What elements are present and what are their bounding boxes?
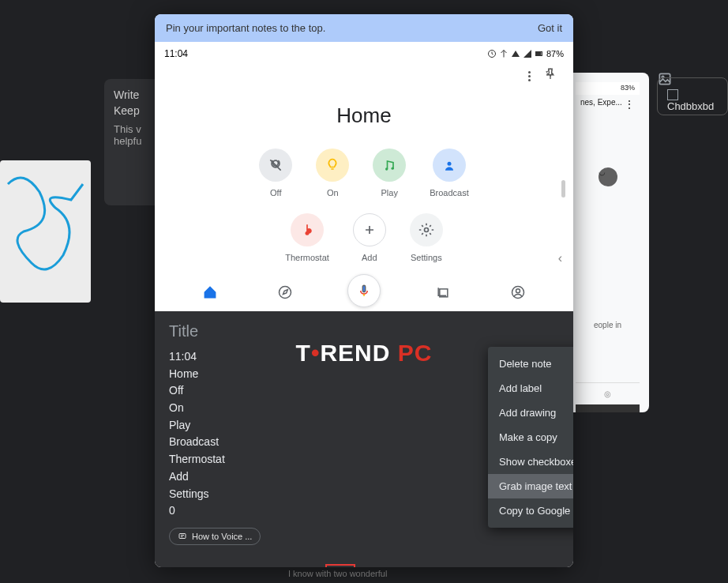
menu-show-checkboxes[interactable]: Show checkboxes [488, 449, 573, 474]
tile-off[interactable]: Off [259, 149, 292, 197]
mic-button[interactable] [347, 274, 381, 307]
svg-rect-4 [535, 52, 541, 56]
tile-settings[interactable]: Settings [410, 213, 443, 262]
note-modal: Pin your important notes to the top. Got… [155, 14, 573, 567]
nav-explore-icon[interactable] [277, 284, 293, 303]
svg-point-15 [516, 289, 520, 293]
background-phone-card: 83% nes, Expe...⋮ ◡eople in ◎ ‹ [566, 73, 649, 412]
got-it-button[interactable]: Got it [538, 22, 562, 34]
note-toolbar: Close [155, 556, 573, 567]
svg-point-9 [305, 231, 309, 235]
tile-thermostat[interactable]: Thermostat [285, 213, 329, 262]
svg-rect-11 [362, 285, 365, 292]
scroll-indicator [561, 180, 565, 197]
nav-home-icon[interactable] [202, 284, 218, 303]
tip-text: Pin your important notes to the top. [166, 22, 325, 34]
menu-grab-image-text[interactable]: Grab image text [488, 474, 573, 498]
tile-add[interactable]: Add [353, 213, 386, 262]
home-title: Home [164, 89, 564, 149]
nav-profile-icon[interactable] [510, 284, 526, 303]
context-menu: Delete note Add label Add drawing Make a… [488, 347, 573, 528]
background-note-card-2: Chdbbxbd [657, 77, 728, 115]
tile-on[interactable]: On [316, 149, 349, 197]
menu-add-drawing[interactable]: Add drawing [488, 401, 573, 425]
brand-watermark: T•REND PC [296, 340, 433, 367]
svg-point-7 [392, 167, 394, 170]
menu-make-copy[interactable]: Make a copy [488, 425, 573, 449]
svg-point-10 [424, 228, 428, 232]
pin-icon[interactable] [543, 67, 557, 85]
note-title-placeholder[interactable]: Title [169, 322, 559, 340]
status-time: 11:04 [164, 48, 188, 59]
svg-point-8 [448, 162, 452, 166]
nav-library-icon[interactable] [435, 284, 451, 303]
tip-bar: Pin your important notes to the top. Got… [155, 14, 573, 42]
profile-icon: ◎ [576, 382, 640, 404]
status-icons: 87% [487, 49, 564, 58]
chevron-left-icon[interactable]: ‹ [558, 251, 562, 265]
menu-add-label[interactable]: Add label [488, 376, 573, 401]
tile-play[interactable]: Play [373, 149, 406, 197]
tile-broadcast[interactable]: Broadcast [430, 149, 469, 197]
voice-chip[interactable]: How to Voice ... [169, 528, 261, 545]
svg-rect-16 [179, 533, 186, 538]
svg-point-12 [279, 287, 291, 299]
avatar-icon: ◡ [599, 167, 617, 186]
more-options-button[interactable] [325, 564, 355, 567]
phone-screenshot: 11:04 87% Home ‹ Off On Play Broadcast T… [155, 42, 573, 311]
bg-truncated-text: I know with two wonderful [288, 569, 387, 578]
svg-point-6 [385, 167, 388, 170]
menu-delete-note[interactable]: Delete note [488, 352, 573, 376]
sketch-note-card [0, 160, 91, 303]
more-icon[interactable] [528, 71, 531, 81]
menu-copy-to-docs[interactable]: Copy to Google Docs [488, 498, 573, 523]
note-content-area: Title 11:04 Home Off On Play Broadcast T… [155, 311, 573, 556]
